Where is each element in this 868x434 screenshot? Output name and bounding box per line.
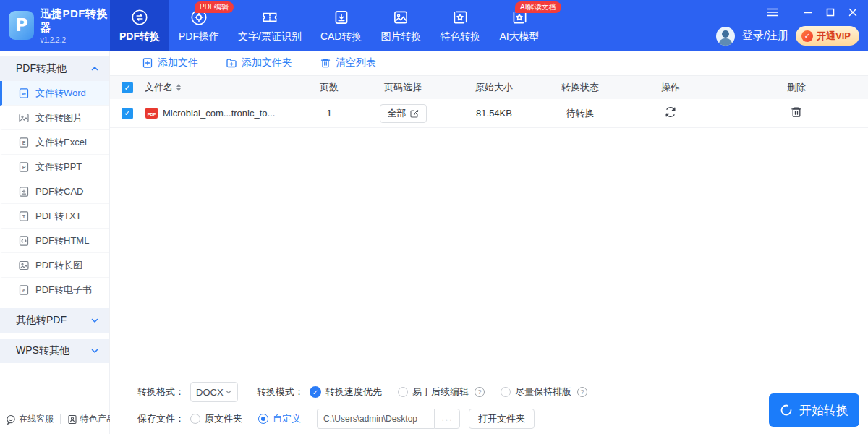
col-pages: 页数 [297, 81, 362, 94]
radio-icon [398, 387, 408, 397]
sidebar-item-file-to-image[interactable]: 文件转图片 [0, 106, 109, 130]
col-filename[interactable]: 文件名 [145, 81, 173, 94]
tab-ocr[interactable]: 文字/票证识别 [229, 0, 311, 51]
menu-icon[interactable] [765, 6, 780, 19]
file-toolbar: 添加文件 添加文件夹 清空列表 [110, 51, 868, 76]
spinner-icon [780, 404, 793, 417]
chevron-down-icon [90, 316, 99, 325]
tab-cad-convert[interactable]: CAD转换 [311, 0, 372, 51]
word-doc-icon: w [18, 88, 30, 99]
col-delete: 删除 [725, 81, 868, 94]
pdf-edit-badge: PDF编辑 [195, 1, 234, 13]
sidebar-item-file-to-excel[interactable]: E 文件转Excel [0, 130, 109, 155]
save-path-input[interactable] [317, 409, 434, 429]
row-checkbox[interactable]: ✓ [122, 108, 133, 119]
featured-products-link[interactable]: 特色产品 [67, 413, 115, 425]
chevron-up-icon [90, 64, 99, 73]
image-icon [391, 8, 410, 27]
sidebar-group-pdf-to-other[interactable]: PDF转其他 [0, 56, 109, 81]
col-action: 操作 [616, 81, 725, 94]
sidebar-item-pdf-to-cad[interactable]: PDF转CAD [0, 179, 109, 204]
maximize-icon[interactable] [822, 6, 838, 19]
vip-badge-icon: ✓ [801, 30, 813, 42]
table-header: ✓ 文件名 页数 页码选择 原始大小 转换状态 操作 删除 [110, 76, 868, 99]
sidebar-group-wps-to-other[interactable]: WPS转其他 [0, 339, 109, 363]
format-label: 转换格式： [137, 386, 184, 399]
svg-text:PDF: PDF [148, 112, 156, 116]
convert-icon [130, 8, 149, 27]
save-label: 保存文件： [137, 412, 184, 425]
mode-editable-radio[interactable]: 易于后续编辑 ? [398, 386, 485, 399]
star-convert-icon [451, 8, 469, 27]
add-file-icon [142, 57, 153, 69]
col-size: 原始大小 [444, 81, 544, 94]
svg-text:E: E [22, 140, 26, 145]
avatar[interactable] [716, 27, 735, 46]
radio-icon [190, 414, 200, 424]
add-file-button[interactable]: 添加文件 [142, 56, 198, 69]
trash-icon [320, 57, 331, 69]
tab-pdf-convert[interactable]: PDF转换 [110, 0, 169, 51]
sidebar-item-pdf-to-ebook[interactable]: e PDF转电子书 [0, 278, 109, 302]
sort-icon[interactable] [176, 84, 181, 91]
table-row: ✓ PDF Microbial_com...tronic_to... 1 全部 … [110, 99, 868, 128]
add-folder-icon [226, 57, 237, 69]
svg-text:T: T [22, 213, 26, 218]
file-status: 待转换 [544, 107, 616, 120]
select-all-checkbox[interactable]: ✓ [122, 82, 133, 93]
minimize-icon[interactable] [800, 6, 816, 19]
ebook-doc-icon: e [18, 284, 30, 296]
sidebar-item-pdf-to-html[interactable]: PDF转HTML [0, 229, 109, 253]
start-convert-button[interactable]: 开始转换 [769, 393, 859, 427]
help-icon[interactable]: ? [577, 387, 587, 397]
login-register-link[interactable]: 登录/注册 [742, 29, 788, 43]
mode-speed-radio[interactable]: ✓ 转换速度优先 [310, 386, 382, 399]
clear-list-button[interactable]: 清空列表 [320, 56, 376, 69]
close-icon[interactable] [845, 6, 861, 19]
open-folder-button[interactable]: 打开文件夹 [469, 409, 535, 429]
format-select[interactable]: DOCX [190, 382, 238, 402]
save-custom-radio[interactable]: 自定义 [258, 412, 301, 425]
sidebar-group-other-to-pdf[interactable]: 其他转PDF [0, 308, 109, 333]
main-content: 添加文件 添加文件夹 清空列表 ✓ 文件名 页数 页码选择 原始大小 转换状态 … [110, 51, 868, 434]
tab-pdf-operate[interactable]: PDF编辑 PDF操作 [169, 0, 229, 51]
page-select-button[interactable]: 全部 [380, 104, 427, 123]
mode-label: 转换模式： [257, 386, 304, 399]
sidebar-item-file-to-word[interactable]: w 文件转Word [0, 81, 109, 106]
main-nav: PDF转换 PDF编辑 PDF操作 文字/票证识别 CAD转换 图片转换 特色转… [110, 0, 549, 51]
col-page-select: 页码选择 [362, 81, 444, 94]
txt-doc-icon: T [18, 210, 30, 222]
tab-image-convert[interactable]: 图片转换 [371, 0, 430, 51]
svg-text:P: P [22, 164, 26, 169]
mode-layout-radio[interactable]: 尽量保持排版 ? [501, 386, 587, 399]
excel-doc-icon: E [18, 137, 30, 148]
image-doc-icon [18, 112, 30, 124]
browse-path-button[interactable]: ··· [434, 409, 460, 429]
cad-doc-icon [18, 186, 30, 197]
help-icon[interactable]: ? [475, 387, 485, 397]
sidebar-item-pdf-to-long-image[interactable]: PDF转长图 [0, 253, 109, 278]
svg-text:w: w [21, 90, 26, 95]
save-original-radio[interactable]: 原文件夹 [190, 412, 242, 425]
col-status: 转换状态 [544, 81, 616, 94]
title-bar: P 迅捷PDF转换器 v1.2.2.2 PDF转换 PDF编辑 PDF操作 文字… [0, 0, 868, 51]
delete-row-icon[interactable] [790, 106, 803, 119]
tab-ai-model[interactable]: AI解读文档 AI大模型 [490, 0, 548, 51]
online-support-link[interactable]: 在线客服 [6, 413, 54, 425]
tab-special-convert[interactable]: 特色转换 [430, 0, 490, 51]
sidebar-item-pdf-to-txt[interactable]: T PDF转TXT [0, 204, 109, 229]
open-vip-button[interactable]: ✓ 开通VIP [796, 26, 859, 46]
app-logo: P 迅捷PDF转换器 v1.2.2.2 [0, 0, 110, 51]
file-size: 81.54KB [444, 108, 544, 119]
ppt-doc-icon: P [18, 161, 30, 173]
radio-selected-icon [258, 414, 268, 424]
window-controls [765, 6, 861, 19]
divider [60, 414, 61, 424]
bookmark-person-icon [67, 414, 77, 425]
file-name: Microbial_com...tronic_to... [163, 108, 275, 119]
add-folder-button[interactable]: 添加文件夹 [226, 56, 292, 69]
chat-smile-icon [6, 414, 16, 425]
sidebar-item-file-to-ppt[interactable]: P 文件转PPT [0, 155, 109, 179]
convert-refresh-icon[interactable] [664, 106, 677, 119]
sidebar: PDF转其他 w 文件转Word 文件转图片 E 文件转Excel P 文件转P… [0, 51, 110, 434]
